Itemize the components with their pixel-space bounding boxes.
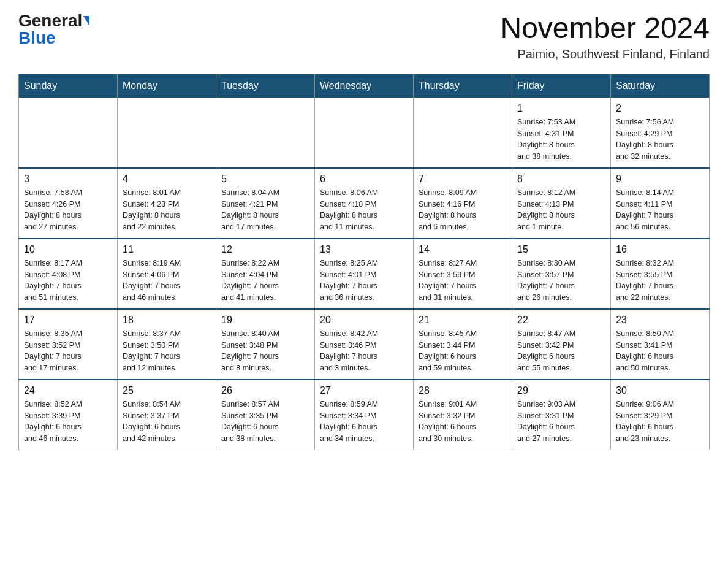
day-info: Sunrise: 8:30 AM Sunset: 3:57 PM Dayligh… <box>517 258 605 304</box>
day-number: 9 <box>616 174 704 185</box>
logo: General Blue <box>18 12 89 47</box>
day-info: Sunrise: 9:06 AM Sunset: 3:29 PM Dayligh… <box>616 399 704 445</box>
table-row: 7Sunrise: 8:09 AM Sunset: 4:16 PM Daylig… <box>414 168 512 239</box>
day-info: Sunrise: 8:09 AM Sunset: 4:16 PM Dayligh… <box>419 187 507 233</box>
day-number: 10 <box>24 244 112 255</box>
day-number: 21 <box>419 315 507 326</box>
title-section: November 2024 Paimio, Southwest Finland,… <box>500 12 710 61</box>
day-number: 26 <box>221 385 309 396</box>
logo-triangle-icon <box>83 16 89 26</box>
table-row: 1Sunrise: 7:53 AM Sunset: 4:31 PM Daylig… <box>512 98 611 168</box>
logo-blue-text: Blue <box>18 29 56 47</box>
day-info: Sunrise: 8:50 AM Sunset: 3:41 PM Dayligh… <box>616 328 704 374</box>
day-info: Sunrise: 8:06 AM Sunset: 4:18 PM Dayligh… <box>320 187 408 233</box>
table-row: 17Sunrise: 8:35 AM Sunset: 3:52 PM Dayli… <box>19 309 118 380</box>
table-row: 19Sunrise: 8:40 AM Sunset: 3:48 PM Dayli… <box>216 309 315 380</box>
table-row: 23Sunrise: 8:50 AM Sunset: 3:41 PM Dayli… <box>611 309 710 380</box>
day-number: 30 <box>616 385 704 396</box>
day-number: 18 <box>123 315 211 326</box>
table-row: 25Sunrise: 8:54 AM Sunset: 3:37 PM Dayli… <box>118 380 216 450</box>
table-row: 12Sunrise: 8:22 AM Sunset: 4:04 PM Dayli… <box>216 239 315 309</box>
table-row: 30Sunrise: 9:06 AM Sunset: 3:29 PM Dayli… <box>611 380 710 450</box>
day-number: 6 <box>320 174 408 185</box>
day-number: 13 <box>320 244 408 255</box>
day-number: 19 <box>221 315 309 326</box>
day-number: 28 <box>419 385 507 396</box>
day-info: Sunrise: 8:47 AM Sunset: 3:42 PM Dayligh… <box>517 328 605 374</box>
calendar-week-row: 17Sunrise: 8:35 AM Sunset: 3:52 PM Dayli… <box>19 309 710 380</box>
day-number: 15 <box>517 244 605 255</box>
table-row <box>315 98 414 168</box>
table-row <box>118 98 216 168</box>
weekday-header-row: Sunday Monday Tuesday Wednesday Thursday… <box>19 74 710 98</box>
day-info: Sunrise: 8:25 AM Sunset: 4:01 PM Dayligh… <box>320 258 408 304</box>
day-number: 23 <box>616 315 704 326</box>
logo-general-text: General <box>18 12 82 29</box>
table-row: 27Sunrise: 8:59 AM Sunset: 3:34 PM Dayli… <box>315 380 414 450</box>
header-thursday: Thursday <box>414 74 512 98</box>
day-info: Sunrise: 8:01 AM Sunset: 4:23 PM Dayligh… <box>123 187 211 233</box>
day-info: Sunrise: 9:03 AM Sunset: 3:31 PM Dayligh… <box>517 399 605 445</box>
day-number: 8 <box>517 174 605 185</box>
day-number: 27 <box>320 385 408 396</box>
table-row: 4Sunrise: 8:01 AM Sunset: 4:23 PM Daylig… <box>118 168 216 239</box>
day-number: 2 <box>616 103 704 114</box>
day-number: 11 <box>123 244 211 255</box>
day-number: 5 <box>221 174 309 185</box>
header-wednesday: Wednesday <box>315 74 414 98</box>
day-number: 25 <box>123 385 211 396</box>
day-info: Sunrise: 8:59 AM Sunset: 3:34 PM Dayligh… <box>320 399 408 445</box>
table-row: 6Sunrise: 8:06 AM Sunset: 4:18 PM Daylig… <box>315 168 414 239</box>
day-info: Sunrise: 7:53 AM Sunset: 4:31 PM Dayligh… <box>517 117 605 163</box>
month-title: November 2024 <box>500 12 710 45</box>
table-row: 11Sunrise: 8:19 AM Sunset: 4:06 PM Dayli… <box>118 239 216 309</box>
day-number: 12 <box>221 244 309 255</box>
header-monday: Monday <box>118 74 216 98</box>
header-saturday: Saturday <box>611 74 710 98</box>
calendar-week-row: 3Sunrise: 7:58 AM Sunset: 4:26 PM Daylig… <box>19 168 710 239</box>
day-info: Sunrise: 8:32 AM Sunset: 3:55 PM Dayligh… <box>616 258 704 304</box>
day-info: Sunrise: 9:01 AM Sunset: 3:32 PM Dayligh… <box>419 399 507 445</box>
table-row: 26Sunrise: 8:57 AM Sunset: 3:35 PM Dayli… <box>216 380 315 450</box>
day-number: 20 <box>320 315 408 326</box>
day-info: Sunrise: 8:35 AM Sunset: 3:52 PM Dayligh… <box>24 328 112 374</box>
table-row: 14Sunrise: 8:27 AM Sunset: 3:59 PM Dayli… <box>414 239 512 309</box>
table-row: 22Sunrise: 8:47 AM Sunset: 3:42 PM Dayli… <box>512 309 611 380</box>
table-row: 16Sunrise: 8:32 AM Sunset: 3:55 PM Dayli… <box>611 239 710 309</box>
day-info: Sunrise: 8:42 AM Sunset: 3:46 PM Dayligh… <box>320 328 408 374</box>
table-row: 5Sunrise: 8:04 AM Sunset: 4:21 PM Daylig… <box>216 168 315 239</box>
day-number: 1 <box>517 103 605 114</box>
day-number: 22 <box>517 315 605 326</box>
day-info: Sunrise: 8:19 AM Sunset: 4:06 PM Dayligh… <box>123 258 211 304</box>
day-info: Sunrise: 7:56 AM Sunset: 4:29 PM Dayligh… <box>616 117 704 163</box>
header-friday: Friday <box>512 74 611 98</box>
calendar-week-row: 24Sunrise: 8:52 AM Sunset: 3:39 PM Dayli… <box>19 380 710 450</box>
day-info: Sunrise: 8:14 AM Sunset: 4:11 PM Dayligh… <box>616 187 704 233</box>
day-number: 4 <box>123 174 211 185</box>
day-info: Sunrise: 8:57 AM Sunset: 3:35 PM Dayligh… <box>221 399 309 445</box>
day-info: Sunrise: 8:54 AM Sunset: 3:37 PM Dayligh… <box>123 399 211 445</box>
table-row <box>216 98 315 168</box>
table-row <box>414 98 512 168</box>
page-header: General Blue November 2024 Paimio, South… <box>18 12 710 61</box>
calendar-week-row: 1Sunrise: 7:53 AM Sunset: 4:31 PM Daylig… <box>19 98 710 168</box>
table-row: 13Sunrise: 8:25 AM Sunset: 4:01 PM Dayli… <box>315 239 414 309</box>
day-info: Sunrise: 8:27 AM Sunset: 3:59 PM Dayligh… <box>419 258 507 304</box>
day-number: 16 <box>616 244 704 255</box>
day-info: Sunrise: 8:40 AM Sunset: 3:48 PM Dayligh… <box>221 328 309 374</box>
header-sunday: Sunday <box>19 74 118 98</box>
table-row: 18Sunrise: 8:37 AM Sunset: 3:50 PM Dayli… <box>118 309 216 380</box>
day-info: Sunrise: 8:37 AM Sunset: 3:50 PM Dayligh… <box>123 328 211 374</box>
table-row: 20Sunrise: 8:42 AM Sunset: 3:46 PM Dayli… <box>315 309 414 380</box>
day-number: 14 <box>419 244 507 255</box>
calendar-week-row: 10Sunrise: 8:17 AM Sunset: 4:08 PM Dayli… <box>19 239 710 309</box>
day-info: Sunrise: 7:58 AM Sunset: 4:26 PM Dayligh… <box>24 187 112 233</box>
table-row: 28Sunrise: 9:01 AM Sunset: 3:32 PM Dayli… <box>414 380 512 450</box>
day-info: Sunrise: 8:17 AM Sunset: 4:08 PM Dayligh… <box>24 258 112 304</box>
day-number: 3 <box>24 174 112 185</box>
table-row: 3Sunrise: 7:58 AM Sunset: 4:26 PM Daylig… <box>19 168 118 239</box>
location-subtitle: Paimio, Southwest Finland, Finland <box>500 47 710 61</box>
day-info: Sunrise: 8:45 AM Sunset: 3:44 PM Dayligh… <box>419 328 507 374</box>
day-number: 7 <box>419 174 507 185</box>
table-row: 8Sunrise: 8:12 AM Sunset: 4:13 PM Daylig… <box>512 168 611 239</box>
